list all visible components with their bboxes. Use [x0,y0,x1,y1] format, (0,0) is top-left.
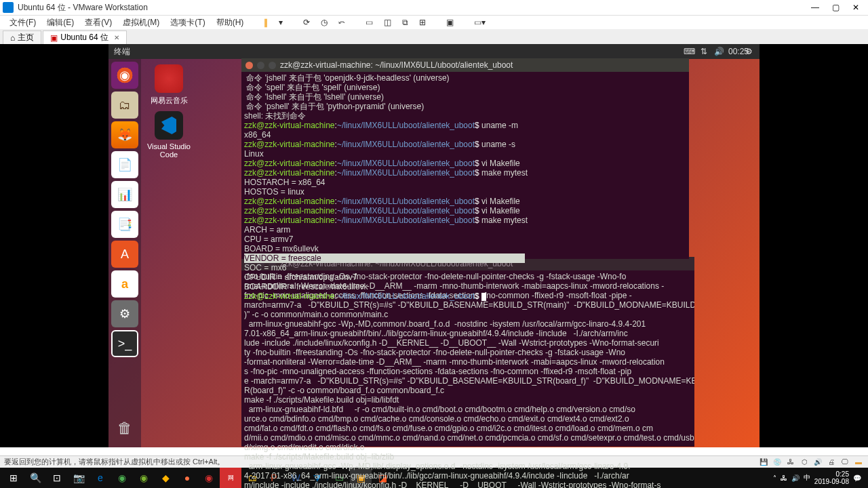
topbar-app-label: 终端 [114,46,130,58]
window-title: Ubuntu 64 位 - VMware Workstation [18,2,811,14]
tray-clock[interactable]: 0:25 2019-09-08 [814,470,849,485]
menu-tabs[interactable]: 选项卡(T) [166,17,209,28]
launcher-trash[interactable]: 🗑 [111,415,138,442]
terminal-titlebar[interactable]: zzk@zzk-virtual-machine: ~/linux/IMX6ULL… [241,58,689,72]
taskbar-taskview-icon[interactable]: ⊡ [46,468,68,488]
toolbar-unity-icon[interactable]: ⊞ [415,18,430,27]
terminal-body[interactable]: 命令 'jshell' 来自于包 'openjdk-9-jdk-headless… [241,72,689,302]
launcher-settings[interactable]: ⚙ [111,300,138,327]
vm-icon: ▣ [50,33,58,43]
term-max-icon[interactable] [269,62,276,69]
menu-vm[interactable]: 虚拟机(M) [119,17,163,28]
term-min-icon[interactable] [257,62,264,69]
vmware-icon [3,2,14,13]
tray-date: 2019-09-08 [814,478,849,485]
home-icon: ⌂ [10,33,15,43]
menu-help[interactable]: 帮助(H) [212,17,248,28]
launcher-firefox[interactable]: 🦊 [111,121,138,148]
launcher-amazon[interactable]: a [111,270,138,298]
toolbar-layout1-icon[interactable]: ▭ [361,18,377,27]
taskbar-wechat-icon[interactable]: ◉ [133,468,155,488]
status-display-icon[interactable]: 🖵 [840,458,850,466]
launcher-files[interactable]: 🗂 [111,92,138,119]
system-tray[interactable]: ˄ 🖧 🔊 中 0:25 2019-09-08 💬 [773,470,865,485]
network-icon[interactable]: ⇅ [698,47,709,56]
sound-icon[interactable]: 🔊 [713,47,724,56]
tab-home-label: 主页 [18,32,34,43]
toolbar-revert-icon[interactable]: ⤺ [334,18,349,27]
netease-music-icon [155,64,183,93]
tray-sound-icon[interactable]: 🔊 [791,474,800,482]
desktop-icon-vscode[interactable]: Visual Studio Code [145,111,193,159]
launcher-dash[interactable]: ◉ [111,62,138,89]
windows-titlebar: Ubuntu 64 位 - VMware Workstation — ▢ ✕ [0,0,868,16]
tab-close-icon[interactable]: ✕ [114,34,119,41]
keyboard-icon[interactable]: ⌨ [684,47,694,56]
tray-chevron-icon[interactable]: ˄ [773,474,776,482]
tray-network-icon[interactable]: 🖧 [781,474,787,482]
taskbar-camera-icon[interactable]: 📷 [68,468,90,488]
taskbar-edge-icon[interactable]: e [90,468,111,488]
ubuntu-launcher: ◉ 🗂 🦊 📄 📊 📑 A a ⚙ >_ 🗑 [108,59,141,447]
tab-vm[interactable]: ▣ Ubuntu 64 位 ✕ [43,30,127,44]
status-usb-icon[interactable]: ⬡ [799,458,810,466]
launcher-impress[interactable]: 📑 [111,211,138,238]
vmware-menubar: 文件(F) 编辑(E) 查看(V) 虚拟机(M) 选项卡(T) 帮助(H) ‖ … [0,16,868,29]
start-button[interactable]: ⊞ [3,468,24,488]
toolbar-fullscreen-icon[interactable]: ▣ [442,18,458,27]
taskbar-app3-icon[interactable]: ◉ [198,468,220,488]
desktop-icon-vscode-label: Visual Studio Code [145,142,193,159]
status-cd-icon[interactable]: 💿 [772,458,783,466]
maximize-button[interactable]: ▢ [831,3,840,12]
tab-home[interactable]: ⌂ 主页 [3,30,41,44]
status-msg-icon[interactable]: ▬ [853,458,864,466]
tab-vm-label: Ubuntu 64 位 [60,32,108,43]
ubuntu-desktop: 终端 ⌨ ⇅ 🔊 00:25 ⚙ ◉ 🗂 🦊 📄 📊 📑 A a ⚙ >_ [108,44,760,447]
desktop-icons: 网易云音乐 Visual Studio Code [145,64,193,159]
vmware-tabs: ⌂ 主页 ▣ Ubuntu 64 位 ✕ [0,29,868,44]
menu-edit[interactable]: 编辑(E) [43,17,78,28]
taskbar-app1-icon[interactable]: ◆ [155,468,176,488]
guest-display[interactable]: 终端 ⌨ ⇅ 🔊 00:25 ⚙ ◉ 🗂 🦊 📄 📊 📑 A a ⚙ >_ [0,44,868,447]
launcher-calc[interactable]: 📊 [111,181,138,208]
taskbar-app2-icon[interactable]: ● [176,468,198,488]
taskbar-app4-icon[interactable]: 网 [220,468,241,488]
term-close-icon[interactable] [245,62,253,69]
status-net-icon[interactable]: 🖧 [785,458,796,466]
tray-ime-icon[interactable]: 中 [804,473,810,483]
minimize-button[interactable]: — [811,3,819,12]
status-hdd-icon[interactable]: 💾 [758,458,769,466]
tray-time: 0:25 [814,470,849,478]
tray-notifications-icon[interactable]: 💬 [853,474,861,482]
vscode-icon [155,111,183,140]
status-printer-icon[interactable]: 🖨 [826,458,837,466]
toolbar-snapshot-icon[interactable]: ⟳ [299,18,314,27]
menu-view[interactable]: 查看(V) [81,17,116,28]
toolbar-pause-icon[interactable]: ‖ [260,18,272,27]
taskbar-search-icon[interactable]: 🔍 [24,468,46,488]
taskbar-browser-icon[interactable]: ◉ [111,468,133,488]
gear-icon[interactable]: ⚙ [743,47,754,56]
desktop-icon-music-label: 网易云音乐 [145,96,193,106]
status-sound-icon[interactable]: 🔊 [812,458,823,466]
toolbar-dropdown-icon[interactable]: ▾ [275,18,287,27]
toolbar-layout2-icon[interactable]: ◫ [380,18,395,27]
terminal-body-inactive[interactable]: -fno-builtin -ffreestanding -Os -fno-sta… [241,270,694,488]
launcher-writer[interactable]: 📄 [111,151,138,178]
terminal-title: zzk@zzk-virtual-machine: ~/linux/IMX6ULL… [280,60,513,70]
terminal-window-active[interactable]: zzk@zzk-virtual-machine: ~/linux/IMX6ULL… [241,58,689,259]
toolbar-extra-icon[interactable]: ▭▾ [470,18,490,27]
launcher-terminal[interactable]: >_ [111,330,138,357]
topbar-time[interactable]: 00:25 [728,47,739,56]
close-button[interactable]: ✕ [852,3,860,12]
desktop-icon-music[interactable]: 网易云音乐 [145,64,193,106]
toolbar-layout3-icon[interactable]: ⧉ [398,18,412,27]
ubuntu-topbar: 终端 ⌨ ⇅ 🔊 00:25 ⚙ [108,44,760,59]
vmware-hint-text: 要返回到您的计算机，请将鼠标指针从虚拟机中移出或按 Ctrl+Alt。 [4,457,224,467]
launcher-software[interactable]: A [111,241,138,268]
toolbar-clock-icon[interactable]: ◷ [317,18,332,27]
menu-file[interactable]: 文件(F) [5,17,40,28]
